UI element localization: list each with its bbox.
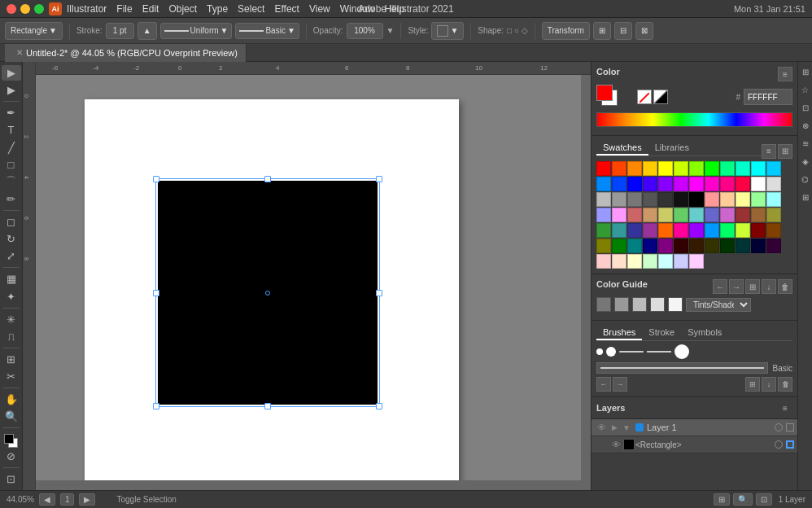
swatch-item[interactable] bbox=[766, 161, 781, 176]
swatch-item[interactable] bbox=[643, 161, 657, 176]
cg-base-swatch[interactable] bbox=[596, 297, 611, 312]
swatch-item[interactable] bbox=[720, 192, 735, 207]
brush-5[interactable] bbox=[674, 344, 689, 359]
hand-tool[interactable]: ✋ bbox=[2, 392, 21, 407]
br-btn4[interactable]: ↓ bbox=[762, 377, 776, 392]
swatch-item[interactable] bbox=[658, 208, 673, 222]
swatch-item[interactable] bbox=[736, 161, 750, 176]
eyedropper-tool[interactable]: ✦ bbox=[2, 288, 21, 304]
cg-btn3[interactable]: ⊞ bbox=[745, 279, 760, 294]
swatch-item[interactable] bbox=[766, 239, 781, 253]
zoom-button[interactable] bbox=[34, 4, 44, 14]
swatch-item[interactable] bbox=[596, 239, 611, 253]
tab-close-icon[interactable]: ✕ bbox=[16, 48, 23, 57]
align-button[interactable]: ⊞ bbox=[593, 22, 611, 40]
swatch-item[interactable] bbox=[627, 223, 642, 238]
brush-1[interactable] bbox=[596, 348, 603, 355]
swatch-item[interactable] bbox=[674, 254, 688, 269]
cg-btn1[interactable]: ← bbox=[713, 279, 727, 294]
swatch-item[interactable] bbox=[720, 177, 735, 191]
swatch-item[interactable] bbox=[674, 192, 688, 207]
layers-options[interactable]: ≡ bbox=[778, 401, 792, 415]
scale-tool[interactable]: ⤢ bbox=[2, 248, 21, 264]
swatch-item[interactable] bbox=[643, 208, 657, 222]
swatch-item[interactable] bbox=[751, 161, 766, 176]
swatch-item[interactable] bbox=[627, 239, 642, 253]
panel-icon-7[interactable]: ⌬ bbox=[799, 173, 812, 186]
panel-icon-1[interactable]: ⊞ bbox=[799, 65, 812, 78]
brush-tool[interactable]: ⌒ bbox=[2, 174, 21, 190]
swatch-item[interactable] bbox=[612, 208, 626, 222]
swatch-grid-view[interactable]: ⊞ bbox=[778, 144, 792, 159]
swatch-item[interactable] bbox=[658, 192, 673, 207]
panel-icon-5[interactable]: ≋ bbox=[799, 137, 812, 150]
swatch-item[interactable] bbox=[766, 223, 781, 238]
menu-select[interactable]: Select bbox=[238, 3, 264, 15]
zoom-tool[interactable]: 🔍 bbox=[2, 409, 21, 424]
br-btn3[interactable]: ⊞ bbox=[745, 377, 760, 392]
swatch-item[interactable] bbox=[751, 177, 766, 191]
none-color-swatch[interactable] bbox=[637, 90, 652, 104]
slice-tool[interactable]: ✂ bbox=[2, 369, 21, 384]
swatch-item[interactable] bbox=[643, 177, 657, 191]
cg-btn4[interactable]: ↓ bbox=[762, 279, 776, 294]
stroke-style[interactable]: Uniform ▼ bbox=[160, 23, 233, 39]
gradient-bar[interactable] bbox=[596, 112, 792, 127]
layer-select-1[interactable] bbox=[786, 423, 794, 431]
swatch-item[interactable] bbox=[627, 208, 642, 222]
eraser-tool[interactable]: ◻ bbox=[2, 214, 21, 230]
cg-btn2[interactable]: → bbox=[729, 279, 744, 294]
swatch-item[interactable] bbox=[612, 239, 626, 253]
swatch-item[interactable] bbox=[720, 208, 735, 222]
selected-rectangle[interactable] bbox=[158, 181, 378, 405]
page-num[interactable]: 1 bbox=[60, 493, 75, 506]
swatch-item[interactable] bbox=[627, 161, 642, 176]
swatch-item[interactable] bbox=[643, 254, 657, 269]
layer-visibility-rect[interactable]: 👁 bbox=[609, 438, 622, 451]
swatch-list-view[interactable]: ≡ bbox=[762, 144, 776, 159]
tab-stroke[interactable]: Stroke bbox=[642, 326, 681, 340]
swatch-item[interactable] bbox=[705, 223, 719, 238]
rect-tool[interactable]: □ bbox=[2, 157, 21, 173]
menu-view[interactable]: View bbox=[309, 3, 330, 15]
layer-lock-1[interactable]: ▶ bbox=[608, 421, 621, 434]
tab-swatches[interactable]: Swatches bbox=[596, 141, 648, 155]
distribute-button[interactable]: ⊟ bbox=[614, 22, 632, 40]
swatch-item[interactable] bbox=[596, 223, 611, 238]
cg-swatch3[interactable] bbox=[632, 297, 647, 312]
artboard-tool[interactable]: ⊞ bbox=[2, 352, 21, 367]
panel-icon-8[interactable]: ⊞ bbox=[799, 190, 812, 204]
direct-selection-tool[interactable]: ▶ bbox=[2, 82, 21, 98]
none-swatch[interactable]: ⊘ bbox=[2, 449, 21, 464]
color-options-btn[interactable]: ≡ bbox=[778, 67, 792, 81]
swatch-item[interactable] bbox=[705, 161, 719, 176]
graph-tool[interactable]: ⎍ bbox=[2, 329, 21, 344]
swatch-item[interactable] bbox=[596, 161, 611, 176]
swatch-item[interactable] bbox=[705, 239, 719, 253]
stroke-up[interactable]: ▲ bbox=[138, 22, 157, 40]
swatch-item[interactable] bbox=[674, 161, 688, 176]
canvas-scroll-area[interactable] bbox=[36, 75, 581, 480]
document-tab[interactable]: ✕ Untitled-2* @ 44.05 % (RGB/CPU Overpri… bbox=[5, 44, 247, 62]
swatch-item[interactable] bbox=[658, 177, 673, 191]
br-btn5[interactable]: 🗑 bbox=[778, 377, 792, 392]
swatch-item[interactable] bbox=[627, 177, 642, 191]
swatch-item[interactable] bbox=[689, 192, 704, 207]
swatch-item[interactable] bbox=[674, 223, 688, 238]
swatch-item[interactable] bbox=[658, 239, 673, 253]
layer-target-1[interactable] bbox=[775, 423, 783, 431]
swatch-item[interactable] bbox=[720, 223, 735, 238]
menu-object[interactable]: Object bbox=[168, 3, 197, 15]
layer-target-rect[interactable] bbox=[775, 440, 783, 449]
swatch-item[interactable] bbox=[751, 208, 766, 222]
swatch-item[interactable] bbox=[612, 223, 626, 238]
layer-expand-1[interactable]: ▼ bbox=[621, 422, 632, 433]
swatch-item[interactable] bbox=[658, 161, 673, 176]
swatch-item[interactable] bbox=[596, 254, 611, 269]
swatch-item[interactable] bbox=[689, 161, 704, 176]
fill-color[interactable] bbox=[2, 431, 21, 447]
swatch-item[interactable] bbox=[674, 208, 688, 222]
shape-selector[interactable]: Rectangle ▼ bbox=[5, 22, 63, 40]
swatch-item[interactable] bbox=[689, 177, 704, 191]
swatch-item[interactable] bbox=[705, 208, 719, 222]
